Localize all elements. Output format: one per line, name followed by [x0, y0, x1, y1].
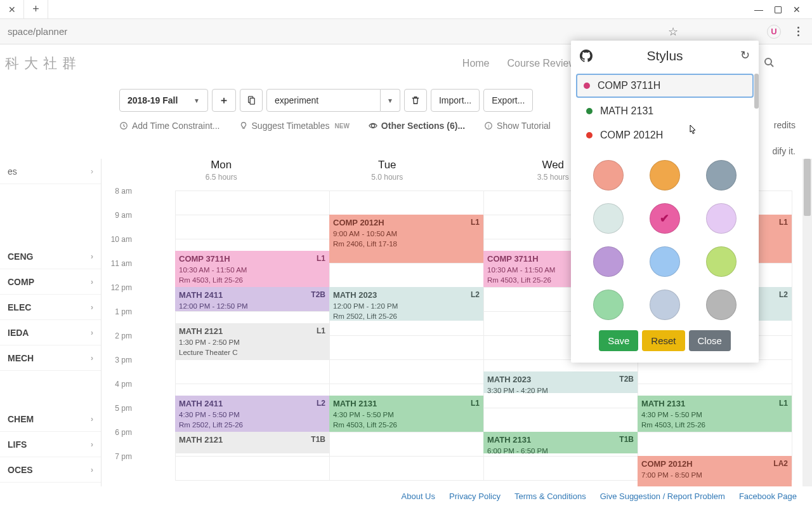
calendar-event[interactable]: MATH 2023T2B3:30 PM - 4:20 PM — [483, 371, 638, 393]
day-header: Mon6.5 hours — [138, 159, 304, 185]
footer-link[interactable]: Terms & Conditions — [514, 491, 586, 503]
github-icon[interactable] — [580, 50, 593, 65]
search-icon[interactable] — [764, 57, 774, 70]
stylus-course-item[interactable]: COMP 2012H — [576, 123, 754, 147]
footer-link[interactable]: Give Suggestion / Report Problem — [600, 491, 725, 503]
close-button[interactable]: Close — [689, 330, 731, 351]
suggest-label: Suggest Timetables — [252, 121, 330, 131]
calendar-event[interactable]: MATH 2131L14:30 PM - 5:50 PMRm 4503, Lif… — [638, 396, 792, 432]
hour-label: 2 pm — [102, 331, 132, 340]
stylus-course-item[interactable]: COMP 3711H — [576, 74, 754, 98]
suggest-timetables-button[interactable]: Suggest Timetables NEW — [239, 121, 350, 131]
hour-label: 3 pm — [102, 356, 132, 364]
copy-timetable-button[interactable] — [240, 89, 263, 112]
footer-link[interactable]: Privacy Policy — [449, 491, 501, 503]
color-swatch[interactable] — [593, 246, 624, 277]
sidebar-item-mech[interactable]: MECH› — [0, 345, 101, 371]
hour-label: 7 pm — [102, 452, 132, 461]
calendar-event[interactable]: COMP 2012HL19:00 AM - 10:50 AMRm 2406, L… — [329, 215, 483, 263]
browser-tab-strip: ✕ + — ✕ — [0, 0, 812, 19]
page-scrollbar[interactable] — [802, 159, 812, 486]
sidebar-item-elec[interactable]: ELEC› — [0, 295, 101, 320]
color-swatch[interactable] — [650, 246, 680, 277]
bookmark-star-icon[interactable]: ☆ — [668, 25, 678, 39]
sidebar-item-ieda[interactable]: IEDA› — [0, 320, 101, 345]
show-tutorial-button[interactable]: i Show Tutorial — [484, 121, 551, 131]
timetable-name-chevron[interactable]: ▼ — [381, 89, 400, 112]
stylus-title: Stylus — [646, 48, 683, 64]
calendar-event[interactable]: MATH 2411T2B12:00 PM - 12:50 PM — [175, 287, 329, 311]
color-swatch[interactable] — [650, 160, 680, 190]
url-text: space/planner — [8, 26, 67, 37]
add-timetable-button[interactable]: ＋ — [212, 89, 236, 112]
timetable-name-label: experiment — [275, 95, 318, 105]
modify-text-fragment: dify it. — [772, 146, 796, 156]
export-button[interactable]: Export... — [483, 89, 533, 112]
color-swatch[interactable]: ✔ — [650, 203, 680, 234]
color-swatch[interactable] — [706, 203, 737, 234]
color-swatch[interactable] — [593, 203, 624, 234]
sidebar-item-oces[interactable]: OCES› — [0, 457, 101, 483]
color-swatch[interactable] — [706, 290, 737, 320]
other-sections-button[interactable]: Other Sections (6)... — [369, 121, 465, 131]
extension-avatar[interactable]: U — [767, 25, 781, 39]
day-header: Tue5.0 hours — [304, 159, 471, 185]
calendar-event[interactable]: COMP 3711HL110:30 AM - 11:50 AMRm 4503, … — [175, 251, 329, 287]
hour-label: 5 pm — [102, 404, 132, 413]
stylus-course-item[interactable]: MATH 2131 — [576, 99, 754, 123]
semester-label: 2018-19 Fall — [128, 95, 178, 105]
show-tutorial-label: Show Tutorial — [497, 121, 551, 131]
sidebar-item-comp[interactable]: COMP› — [0, 269, 101, 295]
footer-link[interactable]: About Us — [402, 491, 435, 503]
svg-point-5 — [371, 124, 374, 127]
stylus-list-scrollbar[interactable] — [754, 74, 759, 151]
color-swatch[interactable] — [706, 246, 737, 277]
calendar-event[interactable]: COMP 2012HLA27:00 PM - 8:50 PM — [638, 456, 792, 486]
timetable-name-dropdown[interactable]: experiment — [266, 89, 381, 112]
hour-label: 10 am — [102, 235, 132, 244]
svg-line-1 — [771, 64, 773, 67]
calendar-event[interactable]: MATH 2023L212:00 PM - 1:20 PMRm 2502, Li… — [329, 287, 483, 321]
calendar-event[interactable]: MATH 2131T1B6:00 PM - 6:50 PM — [483, 432, 638, 453]
cursor-icon — [688, 124, 698, 139]
delete-timetable-button[interactable] — [404, 89, 427, 112]
nav-course-review[interactable]: Course Review — [508, 58, 576, 69]
new-badge: NEW — [334, 123, 349, 130]
import-button[interactable]: Import... — [431, 89, 480, 112]
hour-label: 8 am — [102, 187, 132, 196]
window-maximize-button[interactable] — [775, 4, 782, 15]
calendar-event[interactable]: MATH 2411L24:30 PM - 5:50 PMRm 2502, Lif… — [175, 396, 329, 432]
add-time-label: Add Time Constraint... — [132, 121, 220, 131]
color-swatch[interactable] — [593, 160, 624, 190]
sidebar-item-lifs[interactable]: LIFS› — [0, 432, 101, 457]
new-tab-button[interactable]: + — [24, 0, 48, 19]
svg-rect-3 — [250, 98, 254, 105]
footer-link[interactable]: Facebook Page — [739, 491, 797, 503]
other-sections-label: Other Sections (6)... — [381, 121, 465, 131]
nav-home[interactable]: Home — [462, 58, 490, 69]
sidebar-item-top[interactable]: es› — [0, 159, 101, 184]
calendar-event[interactable]: MATH 2121L11:30 PM - 2:50 PMLecture Thea… — [175, 323, 329, 359]
hour-label: 4 pm — [102, 380, 132, 389]
credits-text-fragment: redits — [774, 120, 796, 130]
sidebar-item-chem[interactable]: CHEM› — [0, 406, 101, 432]
reset-button[interactable]: Reset — [642, 330, 684, 351]
color-swatch[interactable] — [706, 160, 737, 190]
color-swatch[interactable] — [593, 290, 624, 320]
department-sidebar: es› CENG›COMP›ELEC›IEDA›MECH› CHEM›LIFS›… — [0, 159, 102, 486]
hour-label: 1 pm — [102, 307, 132, 316]
hour-label: 6 pm — [102, 428, 132, 437]
add-time-constraint-button[interactable]: Add Time Constraint... — [119, 121, 220, 131]
browser-menu-icon[interactable] — [797, 27, 799, 36]
calendar-event[interactable]: MATH 2121T1B — [175, 432, 329, 453]
sidebar-item-ceng[interactable]: CENG› — [0, 244, 101, 269]
window-minimize-button[interactable]: — — [754, 4, 763, 15]
tab-close-button[interactable]: ✕ — [0, 0, 24, 19]
calendar-event[interactable]: MATH 2131L14:30 PM - 5:50 PMRm 4503, Lif… — [329, 396, 483, 432]
footer: About UsPrivacy PolicyTerms & Conditions… — [0, 486, 812, 508]
semester-dropdown[interactable]: 2018-19 Fall ▼ — [119, 89, 208, 112]
window-close-button[interactable]: ✕ — [793, 4, 801, 15]
reload-icon[interactable]: ↻ — [740, 48, 750, 62]
color-swatch[interactable] — [650, 290, 680, 320]
save-button[interactable]: Save — [599, 330, 638, 351]
